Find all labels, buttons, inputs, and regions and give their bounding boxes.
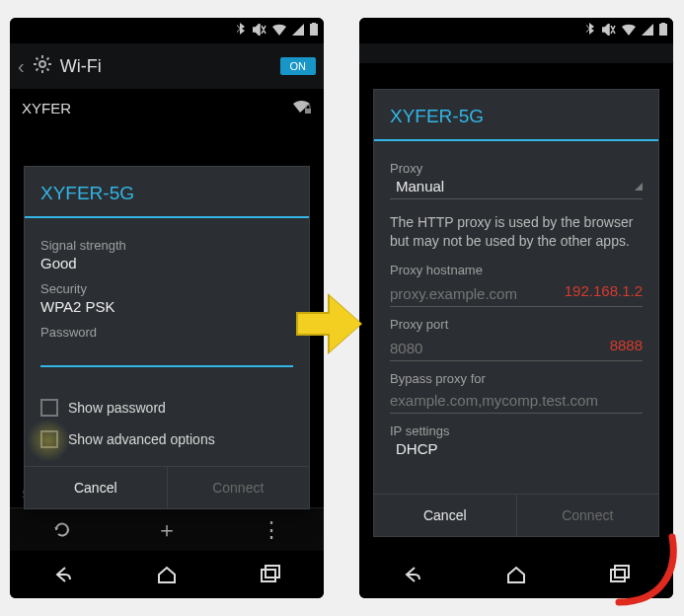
wifi-icon [622, 24, 636, 38]
svg-rect-7 [661, 23, 665, 25]
dialog-title: XYFER-5G [25, 167, 309, 218]
gear-icon [33, 54, 52, 79]
cancel-button[interactable]: Cancel [25, 467, 168, 508]
header-title: Wi-Fi [60, 56, 102, 77]
network-name: XYFER [22, 100, 71, 116]
android-nav-bar [359, 551, 673, 598]
mute-icon [253, 24, 266, 38]
svg-rect-5 [266, 566, 279, 578]
back-nav-icon[interactable] [359, 551, 464, 598]
proxy-select[interactable]: Manual [390, 178, 643, 199]
svg-point-2 [39, 61, 45, 67]
checkbox-icon[interactable] [40, 399, 58, 417]
add-icon[interactable]: ＋ [114, 508, 219, 551]
battery-icon [310, 23, 318, 38]
security-label: Security [40, 281, 293, 296]
home-nav-icon[interactable] [464, 551, 569, 598]
recent-nav-icon[interactable] [569, 551, 673, 598]
recent-nav-icon[interactable] [219, 551, 324, 598]
signal-icon [292, 24, 304, 38]
connect-button: Connect [168, 467, 310, 508]
back-icon[interactable]: ‹ [18, 55, 25, 78]
proxy-port-input[interactable] [390, 336, 643, 361]
tap-highlight [27, 419, 70, 462]
proxy-value: Manual [396, 178, 444, 194]
bottom-tabs: ＋ ⋮ [10, 507, 324, 551]
show-password-row[interactable]: Show password [40, 399, 293, 417]
proxy-description: The HTTP proxy is used by the browser bu… [390, 213, 643, 251]
proxy-label: Proxy [390, 161, 643, 176]
proxy-port-label: Proxy port [390, 317, 643, 332]
proxy-hostname-label: Proxy hostname [390, 263, 643, 277]
bluetooth-icon [586, 23, 596, 39]
refresh-icon[interactable] [10, 508, 114, 551]
wifi-settings-header: ‹ Wi-Fi ON [10, 43, 324, 89]
show-advanced-row[interactable]: Show advanced options [40, 430, 293, 448]
back-nav-icon[interactable] [10, 551, 114, 598]
status-bar [10, 18, 324, 43]
wifi-toggle[interactable]: ON [280, 57, 317, 75]
cancel-button[interactable]: Cancel [374, 495, 517, 536]
wifi-icon [272, 24, 286, 38]
wifi-lock-icon [292, 99, 312, 117]
ip-settings-value: DHCP [396, 440, 438, 457]
mute-icon [602, 24, 616, 38]
svg-rect-3 [305, 109, 311, 114]
ip-settings-label: IP settings [390, 424, 643, 438]
bypass-proxy-input[interactable] [390, 388, 643, 414]
password-input[interactable] [40, 344, 293, 367]
wifi-advanced-dialog: XYFER-5G Proxy Manual The HTTP proxy is … [373, 89, 659, 537]
network-row[interactable]: XYFER [10, 89, 324, 127]
status-bar [359, 18, 673, 43]
show-advanced-label: Show advanced options [68, 431, 215, 447]
wifi-connect-dialog: XYFER-5G Signal strength Good Security W… [24, 166, 310, 509]
signal-strength-value: Good [40, 255, 293, 271]
proxy-hostname-example: 192.168.1.2 [565, 282, 643, 299]
arrow-icon [296, 296, 363, 351]
svg-rect-6 [659, 24, 667, 36]
connect-button: Connect [517, 495, 659, 536]
svg-rect-9 [615, 566, 629, 578]
dropdown-caret-icon [635, 183, 643, 191]
show-password-label: Show password [68, 400, 166, 416]
svg-rect-8 [611, 570, 625, 581]
bluetooth-icon [237, 23, 247, 39]
svg-rect-4 [262, 570, 275, 581]
password-label: Password [40, 325, 293, 340]
bypass-proxy-label: Bypass proxy for [390, 371, 643, 386]
phone-left: ‹ Wi-Fi ON XYFER Secured with WPA2 (WPS … [10, 18, 324, 598]
svg-rect-0 [310, 24, 318, 36]
security-value: WPA2 PSK [40, 298, 293, 315]
android-nav-bar [10, 551, 324, 598]
home-nav-icon[interactable] [114, 551, 219, 598]
dialog-title: XYFER-5G [374, 90, 658, 141]
signal-icon [642, 24, 653, 38]
header-sliver [359, 43, 673, 63]
menu-icon[interactable]: ⋮ [219, 508, 324, 551]
signal-strength-label: Signal strength [40, 238, 293, 253]
phone-right: XYFER-5G Proxy Manual The HTTP proxy is … [359, 18, 673, 598]
ip-settings-select[interactable]: DHCP [390, 440, 643, 461]
proxy-port-example: 8888 [610, 337, 643, 353]
svg-rect-1 [312, 23, 316, 25]
battery-icon [659, 23, 667, 38]
